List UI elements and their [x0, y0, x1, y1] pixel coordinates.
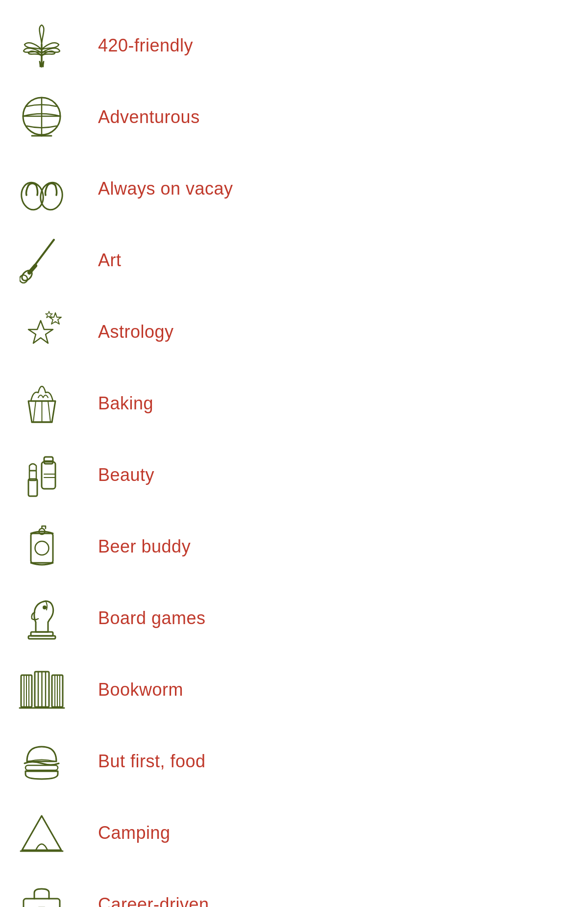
item-label-but-first-food: But first, food — [98, 751, 206, 772]
svg-rect-25 — [28, 636, 55, 639]
beer-can-icon — [15, 520, 69, 574]
item-label-career-driven: Career-driven — [98, 894, 209, 907]
list-item[interactable]: Always on vacay — [0, 153, 588, 225]
svg-point-3 — [38, 181, 64, 211]
briefcase-icon — [15, 878, 69, 907]
list-item[interactable]: Career-driven — [0, 869, 588, 907]
item-label-420-friendly: 420-friendly — [98, 35, 193, 56]
svg-point-23 — [43, 606, 46, 609]
books-icon — [15, 663, 69, 717]
list-item[interactable]: Baking — [0, 368, 588, 439]
list-item[interactable]: Beauty — [0, 439, 588, 511]
cupcake-icon — [15, 377, 69, 430]
svg-marker-8 — [46, 311, 52, 318]
paintbrush-icon — [15, 233, 69, 287]
item-label-camping: Camping — [98, 823, 171, 843]
stars-icon — [15, 305, 69, 359]
svg-rect-39 — [25, 765, 58, 770]
item-label-astrology: Astrology — [98, 322, 174, 342]
svg-point-5 — [20, 275, 27, 283]
beauty-icon — [15, 448, 69, 502]
svg-rect-13 — [28, 479, 37, 496]
svg-rect-15 — [42, 462, 55, 489]
svg-point-2 — [19, 181, 45, 211]
svg-rect-20 — [31, 533, 53, 563]
svg-line-9 — [33, 401, 36, 422]
item-label-adventurous: Adventurous — [98, 107, 200, 127]
interests-list: 420-friendly Adven — [0, 0, 588, 907]
svg-rect-42 — [24, 899, 60, 907]
item-label-baking: Baking — [98, 393, 153, 414]
item-label-beer-buddy: Beer buddy — [98, 536, 191, 557]
list-item[interactable]: 420-friendly — [0, 10, 588, 81]
list-item[interactable]: But first, food — [0, 726, 588, 797]
list-item[interactable]: Art — [0, 225, 588, 296]
list-item[interactable]: Astrology — [0, 296, 588, 368]
list-item[interactable]: Camping — [0, 797, 588, 869]
globe-icon — [15, 90, 69, 144]
burger-icon — [15, 734, 69, 788]
svg-point-22 — [35, 541, 49, 555]
item-label-beauty: Beauty — [98, 465, 154, 485]
item-label-art: Art — [98, 250, 122, 271]
svg-line-11 — [48, 401, 50, 422]
camping-icon — [15, 806, 69, 860]
item-label-always-on-vacay: Always on vacay — [98, 178, 233, 199]
item-label-bookworm: Bookworm — [98, 680, 183, 700]
list-item[interactable]: Board games — [0, 582, 588, 654]
item-label-board-games: Board games — [98, 608, 206, 629]
chess-knight-icon — [15, 591, 69, 645]
list-item[interactable]: Beer buddy — [0, 511, 588, 582]
cannabis-icon — [15, 19, 69, 73]
list-item[interactable]: Adventurous — [0, 81, 588, 153]
svg-marker-6 — [28, 321, 53, 343]
list-item[interactable]: Bookworm — [0, 654, 588, 726]
flip-flops-icon — [15, 162, 69, 216]
